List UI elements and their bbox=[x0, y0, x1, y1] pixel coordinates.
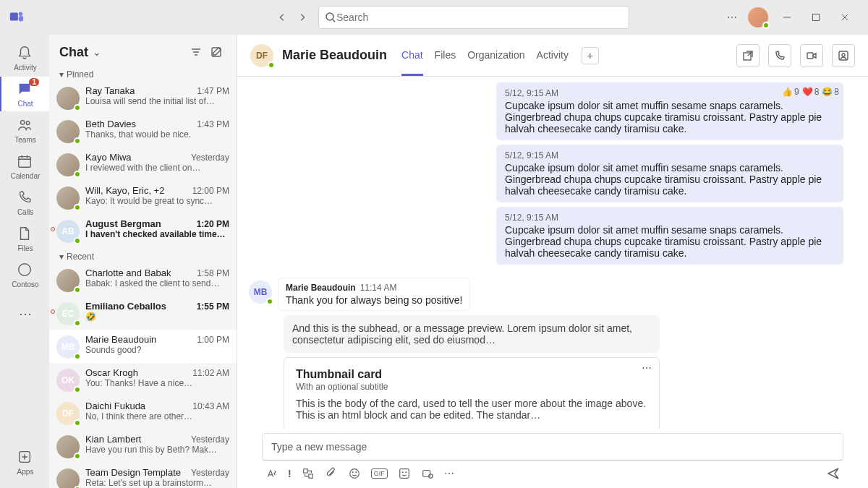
chevron-down-icon[interactable]: ⌄ bbox=[93, 46, 101, 58]
sent-message[interactable]: 5/12, 9:15 AM Cupcake ipsum dolor sit am… bbox=[496, 207, 843, 265]
presence-icon bbox=[74, 353, 81, 360]
emoji-button[interactable] bbox=[348, 467, 361, 480]
rail-label: Calendar bbox=[11, 172, 41, 180]
sticker-button[interactable] bbox=[398, 467, 411, 480]
svg-rect-0 bbox=[10, 13, 18, 21]
chat-list-item[interactable]: Ray Tanaka1:47 PMLouisa will send the in… bbox=[49, 81, 237, 114]
chat-time: Yesterday bbox=[191, 435, 229, 445]
sent-message[interactable]: 5/12, 9:15 AM Cupcake ipsum dolor sit am… bbox=[496, 145, 843, 202]
video-call-button[interactable] bbox=[800, 44, 823, 67]
chat-time: 11:02 AM bbox=[192, 368, 229, 378]
filter-button[interactable] bbox=[186, 42, 206, 62]
presence-icon bbox=[74, 386, 81, 393]
presence-icon bbox=[74, 104, 81, 111]
chat-time: 1:00 PM bbox=[197, 335, 229, 345]
card-title: Thumbnail card bbox=[296, 368, 647, 381]
more-button[interactable]: ⋯ bbox=[444, 468, 454, 479]
card-more-button[interactable]: ⋯ bbox=[642, 362, 652, 374]
calendar-icon bbox=[17, 153, 34, 171]
apps-icon bbox=[17, 449, 34, 466]
chat-time: Yesterday bbox=[191, 153, 229, 163]
more-options-button[interactable]: ⋯ bbox=[720, 12, 744, 23]
popout-button[interactable] bbox=[736, 44, 760, 67]
audio-call-button[interactable] bbox=[768, 44, 791, 67]
rail-apps[interactable]: Apps bbox=[0, 445, 49, 479]
message-reactions[interactable]: 👍9 ❤️8 😂8 bbox=[782, 87, 839, 97]
chat-name: Kian Lambert bbox=[85, 434, 141, 445]
chat-name: Oscar Krogh bbox=[85, 367, 138, 378]
rail-label: Contoso bbox=[12, 281, 38, 288]
chat-avatar: MB bbox=[56, 335, 80, 359]
chat-list-item[interactable]: ECEmiliano Ceballos1:55 PM🤣 bbox=[49, 296, 237, 330]
section-pinned[interactable]: ▾Pinned bbox=[49, 65, 237, 81]
maximize-button[interactable] bbox=[801, 6, 830, 29]
stream-button[interactable] bbox=[421, 467, 434, 480]
svg-point-22 bbox=[405, 472, 406, 473]
chat-list-item[interactable]: ABAugust Bergman1:20 PMI haven't checked… bbox=[49, 214, 237, 247]
rail-label: Apps bbox=[17, 468, 34, 476]
rail-label: Calls bbox=[17, 208, 33, 216]
card-subtitle: With an optional subtitle bbox=[296, 382, 647, 392]
tab-activity[interactable]: Activity bbox=[537, 49, 569, 76]
rail-calls[interactable]: Calls bbox=[0, 185, 49, 220]
chat-list-item[interactable]: OKOscar Krogh11:02 AMYou: Thanks! Have a… bbox=[49, 363, 237, 396]
svg-point-21 bbox=[402, 472, 403, 473]
chat-list-item[interactable]: Charlotte and Babak1:58 PMBabak: I asked… bbox=[49, 263, 237, 296]
chat-list-item[interactable]: Will, Kayo, Eric, +212:00 PMKayo: It wou… bbox=[49, 181, 237, 214]
app-rail: Activity 1 Chat Teams Calendar Calls Fil… bbox=[0, 35, 49, 488]
chat-avatar bbox=[56, 87, 80, 110]
user-avatar[interactable] bbox=[748, 7, 768, 27]
chat-list-item[interactable]: Kayo MiwaYesterdayI reviewed with the cl… bbox=[49, 147, 237, 181]
chat-name: Kayo Miwa bbox=[85, 152, 132, 163]
tab-chat[interactable]: Chat bbox=[401, 49, 423, 76]
search-box[interactable] bbox=[318, 6, 629, 29]
chat-time: 1:47 PM bbox=[197, 86, 229, 96]
presence-icon bbox=[268, 61, 275, 69]
attach-button[interactable] bbox=[325, 467, 338, 480]
chat-preview: 🤣 bbox=[85, 312, 229, 322]
new-chat-button[interactable] bbox=[206, 42, 226, 62]
minimize-button[interactable] bbox=[773, 6, 801, 29]
people-button[interactable] bbox=[832, 44, 855, 67]
svg-point-5 bbox=[21, 120, 25, 124]
tab-files[interactable]: Files bbox=[435, 49, 456, 76]
more-icon: ⋯ bbox=[17, 305, 34, 322]
chat-avatar bbox=[56, 120, 80, 143]
rail-label: Chat bbox=[17, 100, 33, 108]
chat-list-item[interactable]: DFDaichi Fukuda10:43 AMNo, I think there… bbox=[49, 396, 237, 429]
rail-activity[interactable]: Activity bbox=[0, 40, 49, 75]
priority-button[interactable]: ! bbox=[288, 468, 292, 479]
presence-icon bbox=[74, 237, 81, 244]
add-tab-button[interactable]: + bbox=[582, 47, 599, 64]
section-recent[interactable]: ▾Recent bbox=[49, 247, 237, 263]
chat-list-item[interactable]: Kian LambertYesterdayHave you run this b… bbox=[49, 429, 237, 463]
caret-down-icon: ▾ bbox=[59, 252, 64, 262]
approvals-button[interactable] bbox=[302, 467, 315, 480]
back-button[interactable] bbox=[272, 7, 292, 27]
chat-list-item[interactable]: MBMarie Beaudouin1:00 PMSounds good? bbox=[49, 330, 237, 363]
format-button[interactable] bbox=[265, 467, 278, 480]
svg-point-8 bbox=[19, 263, 31, 275]
forward-button[interactable] bbox=[292, 7, 312, 27]
send-button[interactable] bbox=[826, 466, 841, 481]
rail-more[interactable]: ⋯ bbox=[0, 296, 49, 331]
sent-message[interactable]: 👍9 ❤️8 😂8 5/12, 9:15 AM Cupcake ipsum do… bbox=[496, 82, 843, 140]
gif-button[interactable]: GIF bbox=[371, 468, 388, 479]
rail-files[interactable]: Files bbox=[0, 221, 49, 256]
message-timestamp: 5/12, 9:15 AM bbox=[505, 150, 835, 160]
rail-calendar[interactable]: Calendar bbox=[0, 149, 49, 184]
chat-preview: Louisa will send the initial list of… bbox=[85, 96, 229, 106]
received-message[interactable]: Marie Beaudouin11:14 AM Thank you for al… bbox=[278, 278, 470, 311]
chat-list-item[interactable]: Team Design TemplateYesterdayReta: Let's… bbox=[49, 463, 237, 488]
phone-icon bbox=[17, 189, 34, 207]
composer-input[interactable]: Type a new message bbox=[262, 433, 843, 461]
close-button[interactable] bbox=[830, 6, 859, 29]
search-input[interactable] bbox=[336, 12, 623, 23]
rail-teams[interactable]: Teams bbox=[0, 113, 49, 147]
chat-list-item[interactable]: Beth Davies1:43 PMThanks, that would be … bbox=[49, 114, 237, 147]
svg-point-6 bbox=[26, 121, 30, 124]
chat-avatar bbox=[56, 153, 80, 176]
tab-organization[interactable]: Organization bbox=[467, 49, 524, 76]
rail-chat[interactable]: 1 Chat bbox=[0, 77, 49, 111]
rail-contoso[interactable]: Contoso bbox=[0, 257, 49, 292]
